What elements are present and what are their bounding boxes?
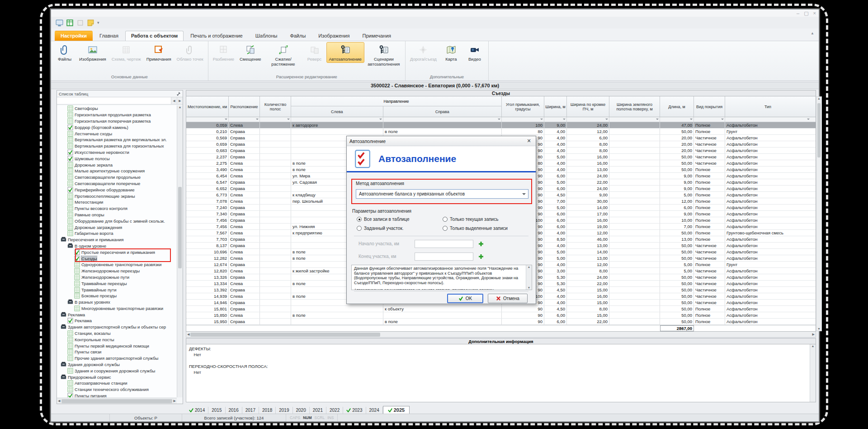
tree-item[interactable]: Придорожный сервис [57,374,177,380]
tables-filter-input[interactable] [57,97,171,104]
tree-item[interactable]: Искусственные неровности [57,149,177,156]
filter-cell[interactable] [567,117,609,122]
tree-item[interactable]: Здания дорожной службы [57,362,177,368]
ribbon-button-scenarios[interactable]: Сценарии автозаполнения [364,42,403,68]
tab-файлы[interactable]: Файлы [284,31,311,41]
tab-печать-и-отображение[interactable]: Печать и отображение [184,31,249,41]
tree-item[interactable]: Периферийное оборудование [57,186,177,193]
year-tab-2024[interactable]: 2024 [366,407,383,414]
filter-cell[interactable] [229,117,260,122]
tree-item[interactable]: Дорожные заграждения [57,224,177,230]
tree-item[interactable]: Пункты питания [57,393,177,397]
end-km-input[interactable] [415,253,473,261]
tree-item[interactable]: Реклама [57,311,177,318]
table-row[interactable]: 15,950Справав поле906,0022,0050,00Полное… [186,319,816,325]
tree-item[interactable]: Съезды [57,255,177,262]
year-tab-2022[interactable]: 2022 [326,407,343,414]
filter-prev-icon[interactable]: ◀ [171,97,177,104]
col-header-left[interactable]: Слева [291,106,383,117]
description-scrollbar[interactable]: ▲▼ [526,265,532,290]
tree-item[interactable]: Реклама [57,318,177,324]
tree-item[interactable]: Рамные опоры [57,212,177,218]
year-tab-2017[interactable]: 2017 [242,407,259,414]
tree-item[interactable]: Простые пересечения и примыкания [57,249,177,255]
year-tab-2020[interactable]: 2020 [293,407,310,414]
tree-item[interactable]: Боковые проезды [57,293,177,299]
tab-работа-с-объектом[interactable]: Работа с объектом [125,31,184,41]
tree-item[interactable]: В разных уровнях [57,299,177,305]
quick-access-caret-icon[interactable]: ▾ [97,20,99,25]
tree-item[interactable]: Железнодорожные переезды [57,268,177,274]
tree-vertical-scrollbar[interactable]: ▲ [177,105,183,397]
tree-item[interactable]: Пересечения и примыкания [57,237,177,243]
filter-cell[interactable] [694,117,725,122]
tree-item[interactable]: Станции, вокзалы [57,330,177,337]
tree-item[interactable]: Трамвайные пути [57,286,177,293]
tree-horizontal-scrollbar[interactable]: ◀▶ [57,398,177,404]
tree-item[interactable]: Прочие здания автотранспортной службы [57,355,177,362]
col-header-lanes[interactable]: Количество полос [260,96,291,117]
year-tab-2023[interactable]: 2023 [343,407,366,414]
filter-cell[interactable] [609,117,660,122]
table-horizontal-scrollbar[interactable]: ◀▶ [186,332,816,338]
maximize-button[interactable]: ▢ [804,10,808,16]
tree-item[interactable]: Бордюр (бортовой камень) [57,124,177,130]
col-header-location[interactable]: Местоположение, км [186,96,229,117]
col-header-type[interactable]: Тип [725,96,811,117]
tree-item[interactable]: Пункты первой медицинской помощи [57,343,177,349]
ribbon-button-clip[interactable]: Файлы [53,42,76,63]
table-icon[interactable] [66,19,74,27]
close-button[interactable]: × [813,10,816,16]
ribbon-button-image[interactable]: Изображения [76,42,109,63]
tree-item[interactable]: Пункты весового контроля [57,205,177,212]
table-row[interactable]: 15,801Справак объекту904,508,0050,00Полн… [186,306,816,312]
col-header-edge-width[interactable]: Ширина по кромке ПЧ, м [567,96,609,117]
col-header-width[interactable]: Ширина, м [544,96,567,117]
tree-item[interactable]: Лестничные сходы [57,130,177,137]
tree-item[interactable]: Шумовые полосы [57,155,177,162]
year-tab-2018[interactable]: 2018 [259,407,276,414]
col-header-right[interactable]: Справа [383,106,501,117]
ribbon-button-shift[interactable]: Смещение [237,42,264,63]
tree-item[interactable]: Вертикальная разметка для вертикальных э… [57,137,177,143]
year-tab-2025[interactable]: 2025 [383,406,410,414]
table-row[interactable]: 0,059Слевак автодороге1009,0024,0047,00П… [186,122,816,129]
tree-item[interactable]: Многоуровневые транспортные развязки [57,305,177,312]
tree-item[interactable]: Одноуровневые транспортные развязки [57,262,177,268]
tree-item[interactable]: Станции технического обслуживания [57,386,177,393]
filter-cell[interactable] [383,117,502,122]
tree-item[interactable]: Горизонтальная поперечная разметка [57,118,177,124]
tree-item[interactable]: Габаритные ворота [57,230,177,237]
tree-item[interactable]: Противоослепляющие экраны [57,193,177,199]
table-row[interactable]: 0,210Справав поле804,0012,0050,00ПолноеГ… [186,129,816,135]
radio-all-records[interactable]: Все записи в таблице [357,217,410,222]
ok-button[interactable]: OK [447,294,483,303]
col-header-direction[interactable]: Направление [291,96,501,106]
sticky-note-icon[interactable] [87,19,94,27]
filter-cell[interactable] [502,117,544,122]
ribbon-collapse-icon[interactable]: ▲ [811,31,814,35]
ribbon-button-autofill[interactable]: Автозаполнение [326,42,364,63]
tree-item[interactable]: Автозаправочные станции [57,380,177,386]
tree-item[interactable]: Дорожные зеркала [57,162,177,168]
tree-item[interactable]: Горизонтальная продольная разметка [57,112,177,118]
tab-главная[interactable]: Главная [94,31,124,41]
year-tab-2015[interactable]: 2015 [208,407,225,414]
start-km-input[interactable] [415,240,473,248]
filter-cell[interactable] [291,117,383,122]
ribbon-button-map[interactable]: Карта [439,42,463,63]
year-tab-2019[interactable]: 2019 [276,407,292,414]
cancel-button[interactable]: Отмена [488,294,528,303]
tree-item[interactable]: Здания автотранспортной службы и объекты… [57,324,177,330]
window-icon[interactable] [56,19,63,27]
tree-item[interactable]: В одном уровне [57,243,177,249]
tree-item[interactable]: Контрольные посты [57,336,177,343]
tab-шаблоны[interactable]: Шаблоны [250,31,283,41]
disabled-tool-icon[interactable] [76,19,84,27]
minimize-button[interactable]: – [797,10,799,16]
dialog-close-icon[interactable]: ✕ [525,138,533,144]
info-vertical-scrollbar[interactable]: ▲ [810,344,816,402]
pick-end-icon[interactable] [478,253,484,260]
tree-item[interactable]: Железнодорожные пути [57,274,177,281]
filter-cell[interactable] [260,117,291,122]
